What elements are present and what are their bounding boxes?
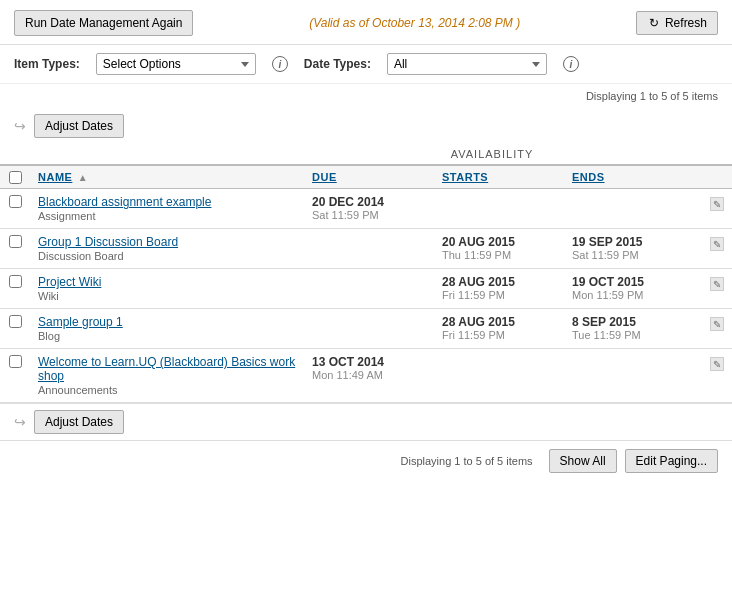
- row-edit-button[interactable]: ✎: [702, 195, 732, 211]
- row-checkbox-cell: [0, 195, 30, 208]
- select-all-checkbox[interactable]: [9, 171, 22, 184]
- availability-label: AVAILABILITY: [312, 144, 672, 164]
- row-name-cell: Project Wiki Wiki: [30, 275, 312, 302]
- item-types-select[interactable]: Select Options: [96, 53, 256, 75]
- due-date-secondary: Sat 11:59 PM: [312, 209, 442, 221]
- adjust-dates-top-section: ↪ Adjust Dates: [0, 108, 732, 144]
- row-ends-cell: 19 SEP 2015 Sat 11:59 PM: [572, 235, 702, 261]
- row-due-cell: 13 OCT 2014 Mon 11:49 AM: [312, 355, 442, 381]
- row-checkbox-cell: [0, 235, 30, 248]
- valid-as-of-text: (Valid as of October 13, 2014 2:08 PM ): [309, 16, 520, 30]
- starts-date-primary: 28 AUG 2015: [442, 275, 572, 289]
- arrow-icon-top: ↪: [14, 118, 26, 134]
- starts-date-secondary: Fri 11:59 PM: [442, 289, 572, 301]
- row-name-cell: Sample group 1 Blog: [30, 315, 312, 342]
- availability-header-row: AVAILABILITY: [0, 144, 732, 164]
- adjust-dates-top-button[interactable]: Adjust Dates: [34, 114, 124, 138]
- date-types-select[interactable]: All: [387, 53, 547, 75]
- row-ends-cell: 8 SEP 2015 Tue 11:59 PM: [572, 315, 702, 341]
- item-types-label: Item Types:: [14, 57, 80, 71]
- table-header: NAME ▲ DUE STARTS ENDS: [0, 164, 732, 189]
- ends-column-sort[interactable]: ENDS: [572, 171, 605, 183]
- row-edit-button[interactable]: ✎: [702, 275, 732, 291]
- date-types-label: Date Types:: [304, 57, 371, 71]
- pencil-icon: ✎: [710, 317, 724, 331]
- display-count-top: Displaying 1 to 5 of 5 items: [0, 84, 732, 108]
- table-body: Blackboard assignment example Assignment…: [0, 189, 732, 403]
- table-row: Project Wiki Wiki 28 AUG 2015 Fri 11:59 …: [0, 269, 732, 309]
- display-count-bottom: Displaying 1 to 5 of 5 items: [401, 455, 533, 467]
- ends-date-primary: 8 SEP 2015: [572, 315, 702, 329]
- starts-date-primary: 28 AUG 2015: [442, 315, 572, 329]
- table-row: Blackboard assignment example Assignment…: [0, 189, 732, 229]
- pencil-icon: ✎: [710, 357, 724, 371]
- adjust-dates-bottom-button[interactable]: Adjust Dates: [34, 410, 124, 434]
- row-checkbox-cell: [0, 275, 30, 288]
- ends-date-primary: 19 OCT 2015: [572, 275, 702, 289]
- row-starts-cell: 20 AUG 2015 Thu 11:59 PM: [442, 235, 572, 261]
- starts-column-sort[interactable]: STARTS: [442, 171, 488, 183]
- starts-date-primary: 20 AUG 2015: [442, 235, 572, 249]
- row-edit-button[interactable]: ✎: [702, 355, 732, 371]
- row-checkbox-3[interactable]: [9, 315, 22, 328]
- table-row: Sample group 1 Blog 28 AUG 2015 Fri 11:5…: [0, 309, 732, 349]
- date-types-info-icon[interactable]: i: [563, 56, 579, 72]
- edit-paging-button[interactable]: Edit Paging...: [625, 449, 718, 473]
- row-edit-button[interactable]: ✎: [702, 315, 732, 331]
- row-starts-cell: 28 AUG 2015 Fri 11:59 PM: [442, 275, 572, 301]
- pencil-icon: ✎: [710, 237, 724, 251]
- row-edit-button[interactable]: ✎: [702, 235, 732, 251]
- item-name-link[interactable]: Sample group 1: [38, 315, 312, 329]
- filter-bar: Item Types: Select Options i Date Types:…: [0, 45, 732, 84]
- item-name-link[interactable]: Group 1 Discussion Board: [38, 235, 312, 249]
- item-type-label: Blog: [38, 330, 312, 342]
- row-checkbox-cell: [0, 355, 30, 368]
- row-name-cell: Blackboard assignment example Assignment: [30, 195, 312, 222]
- row-checkbox-4[interactable]: [9, 355, 22, 368]
- bottom-bar: Displaying 1 to 5 of 5 items Show All Ed…: [0, 440, 732, 481]
- row-checkbox-1[interactable]: [9, 235, 22, 248]
- row-ends-cell: 19 OCT 2015 Mon 11:59 PM: [572, 275, 702, 301]
- refresh-button[interactable]: ↻ Refresh: [636, 11, 718, 35]
- item-type-label: Discussion Board: [38, 250, 312, 262]
- show-all-button[interactable]: Show All: [549, 449, 617, 473]
- table-row: Group 1 Discussion Board Discussion Boar…: [0, 229, 732, 269]
- ends-date-secondary: Sat 11:59 PM: [572, 249, 702, 261]
- item-type-label: Wiki: [38, 290, 312, 302]
- item-name-link[interactable]: Welcome to Learn.UQ (Blackboard) Basics …: [38, 355, 312, 383]
- arrow-icon-bottom: ↪: [14, 414, 26, 430]
- run-date-management-button[interactable]: Run Date Management Again: [14, 10, 193, 36]
- item-name-link[interactable]: Project Wiki: [38, 275, 312, 289]
- starts-date-secondary: Thu 11:59 PM: [442, 249, 572, 261]
- starts-date-secondary: Fri 11:59 PM: [442, 329, 572, 341]
- due-column-sort[interactable]: DUE: [312, 171, 337, 183]
- item-types-info-icon[interactable]: i: [272, 56, 288, 72]
- sort-arrow-icon: ▲: [78, 172, 88, 183]
- due-date-primary: 13 OCT 2014: [312, 355, 442, 369]
- row-name-cell: Welcome to Learn.UQ (Blackboard) Basics …: [30, 355, 312, 396]
- row-due-cell: 20 DEC 2014 Sat 11:59 PM: [312, 195, 442, 221]
- row-checkbox-cell: [0, 315, 30, 328]
- item-name-link[interactable]: Blackboard assignment example: [38, 195, 312, 209]
- table-row: Welcome to Learn.UQ (Blackboard) Basics …: [0, 349, 732, 403]
- due-date-primary: 20 DEC 2014: [312, 195, 442, 209]
- due-date-secondary: Mon 11:49 AM: [312, 369, 442, 381]
- ends-date-primary: 19 SEP 2015: [572, 235, 702, 249]
- adjust-dates-bottom-section: ↪ Adjust Dates: [0, 403, 732, 440]
- pencil-icon: ✎: [710, 197, 724, 211]
- ends-date-secondary: Mon 11:59 PM: [572, 289, 702, 301]
- item-type-label: Assignment: [38, 210, 312, 222]
- row-checkbox-2[interactable]: [9, 275, 22, 288]
- name-column-sort[interactable]: NAME: [38, 171, 72, 183]
- refresh-icon: ↻: [647, 16, 661, 30]
- row-starts-cell: 28 AUG 2015 Fri 11:59 PM: [442, 315, 572, 341]
- item-type-label: Announcements: [38, 384, 312, 396]
- pencil-icon: ✎: [710, 277, 724, 291]
- row-checkbox-0[interactable]: [9, 195, 22, 208]
- ends-date-secondary: Tue 11:59 PM: [572, 329, 702, 341]
- row-name-cell: Group 1 Discussion Board Discussion Boar…: [30, 235, 312, 262]
- top-bar: Run Date Management Again (Valid as of O…: [0, 0, 732, 45]
